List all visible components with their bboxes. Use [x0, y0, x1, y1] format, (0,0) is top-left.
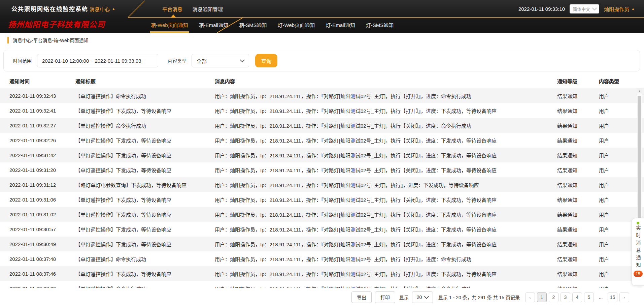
subtab[interactable]: 灯-Email通知 — [325, 18, 356, 33]
scrollbar-up-arrow-icon[interactable]: ▲ — [637, 88, 642, 93]
record-count-info: 显示 1 - 20 条，共 291 条 共 15 页记录 — [438, 294, 520, 301]
content-type-label: 内容类型 — [168, 57, 187, 64]
page-button[interactable]: 1 — [537, 292, 547, 302]
top-header: 公共照明网络在线监控系统 扬州灿阳电子科技有限公司 消息中心 ▲ 平台消息消息通… — [0, 0, 644, 33]
table-row: 2022-01-11 08:37:48【单灯遥控操作】命令执行成功用户：灿阳操作… — [0, 251, 644, 266]
online-status-dot-icon — [637, 222, 639, 224]
user-menu[interactable]: 灿阳操作员 ▲ — [604, 5, 635, 12]
breadcrumb-text: 消息中心-平台消息-箱-Web页面通知 — [13, 37, 89, 43]
subtab[interactable]: 箱-Email通知 — [198, 18, 230, 33]
table-row: 2022-01-11 09:32:27【单灯遥控操作】命令执行成功用户：灿阳操作… — [0, 118, 644, 133]
export-button[interactable]: 导出 — [351, 291, 372, 303]
subtab[interactable]: 箱-Web页面通知 — [150, 18, 189, 33]
table-row: 2022-01-11 09:31:42【单灯遥控操作】下发成功，等待设备响应用户… — [0, 148, 644, 162]
table-row: 2022-01-11 09:31:20【单灯遥控操作】下发成功，等待设备响应用户… — [0, 162, 644, 177]
notification-table: 通知时间 通知标题 消息内容 通知等级 内容类型 2022-01-11 09:3… — [0, 74, 644, 288]
col-header-content: 消息内容 — [213, 78, 556, 85]
filter-card: 时间范围 2022-01-10 12:00:00 ~ 2022-01-11 09… — [3, 50, 640, 71]
realtime-message-panel[interactable]: 实时消息通知 15 — [632, 218, 644, 286]
table-body: 2022-01-11 09:32:43【单灯遥控操作】命令执行成功用户：灿阳操作… — [0, 88, 644, 288]
chevron-down-icon — [240, 58, 245, 62]
subtab[interactable]: 灯-Web页面通知 — [277, 18, 316, 33]
print-button[interactable]: 打印 — [375, 291, 395, 303]
page-size-select[interactable]: 20 — [412, 291, 433, 303]
language-select[interactable]: 简体中文 — [570, 4, 599, 13]
page-button[interactable]: 5 — [584, 292, 594, 302]
table-row: 2022-01-11 09:31:06【单灯遥控操作】下发成功，等待设备响应用户… — [0, 192, 644, 207]
table-row: 2022-01-11 09:32:43【单灯遥控操作】命令执行成功用户：灿阳操作… — [0, 88, 644, 103]
table-row: 2022-01-11 09:30:49【单灯遥控操作】下发成功，等待设备响应用户… — [0, 237, 644, 251]
header-right-cluster: 2022-01-11 09:33:10 简体中文 灿阳操作员 ▲ — [518, 0, 635, 18]
page-button[interactable]: 15 — [608, 292, 617, 302]
system-clock: 2022-01-11 09:33:10 — [518, 6, 565, 12]
pagination: ‹ 12345...15 › — [525, 292, 629, 302]
table-row: 2022-01-11 09:32:26【单灯遥控操作】下发成功，等待设备响应用户… — [0, 133, 644, 148]
chevron-down-icon — [592, 6, 597, 10]
realtime-panel-label: 实时消息通知 — [634, 225, 642, 270]
top-tabs: 平台消息消息通知管理 — [162, 0, 223, 18]
col-header-title: 通知标题 — [74, 78, 213, 85]
table-row: 2022-01-11 09:31:12【路灯单灯电参数查询】下发成功，等待设备响… — [0, 177, 644, 192]
page-buttons: 12345...15 — [537, 292, 617, 302]
query-button[interactable]: 查询 — [255, 54, 277, 67]
page-button[interactable]: 2 — [549, 292, 558, 302]
table-footer: 导出 打印 显示 20 显示 1 - 20 条，共 291 条 共 15 页记录… — [0, 289, 644, 305]
notification-subtabs: 箱-Web页面通知箱-Email通知箱-SMS通知灯-Web页面通知灯-Emai… — [150, 18, 395, 33]
company-logo-text: 扬州灿阳电子科技有限公司 — [8, 18, 105, 30]
col-header-level: 通知等级 — [556, 78, 599, 85]
time-range-label: 时间范围 — [13, 57, 32, 64]
table-row: 2022-01-11 08:37:38【单灯遥控操作】命令执行成功用户：灿阳操作… — [0, 281, 644, 288]
nav-message-center[interactable]: 消息中心 ▲ — [90, 0, 115, 18]
next-page-button[interactable]: › — [619, 292, 629, 302]
breadcrumb-accent-bar — [7, 37, 9, 43]
caret-up-icon: ▲ — [632, 7, 635, 10]
system-title: 公共照明网络在线监控系统 — [11, 4, 88, 13]
page-ellipsis: ... — [596, 292, 606, 302]
chevron-down-icon — [424, 294, 429, 299]
page-button[interactable]: 3 — [561, 292, 570, 302]
page-button[interactable]: 4 — [572, 292, 582, 302]
table-row: 2022-01-11 09:30:57【单灯遥控操作】下发成功，等待设备响应用户… — [0, 222, 644, 237]
top-tab[interactable]: 平台消息 — [162, 5, 182, 12]
col-header-time: 通知时间 — [0, 78, 74, 85]
table-header-row: 通知时间 通知标题 消息内容 通知等级 内容类型 — [0, 74, 644, 88]
subtab[interactable]: 箱-SMS通知 — [238, 18, 268, 33]
breadcrumb: 消息中心-平台消息-箱-Web页面通知 — [7, 37, 89, 43]
page-size-label: 显示 — [399, 294, 409, 301]
scrollbar-thumb[interactable] — [638, 96, 641, 218]
table-row: 2022-01-11 08:37:46【单灯遥控操作】下发成功，等待设备响应用户… — [0, 266, 644, 281]
unread-count-badge: 15 — [634, 271, 643, 277]
caret-up-icon: ▲ — [112, 7, 115, 10]
table-row: 2022-01-11 09:32:41【单灯遥控操作】下发成功，等待设备响应用户… — [0, 103, 644, 118]
col-header-type: 内容类型 — [599, 78, 644, 85]
top-tab[interactable]: 消息通知管理 — [193, 5, 223, 12]
content-type-select[interactable]: 全部 — [192, 54, 249, 67]
table-row: 2022-01-11 09:31:02【单灯遥控操作】下发成功，等待设备响应用户… — [0, 207, 644, 222]
subtab[interactable]: 灯-SMS通知 — [365, 18, 395, 33]
prev-page-button[interactable]: ‹ — [525, 292, 535, 302]
time-range-input[interactable]: 2022-01-10 12:00:00 ~ 2022-01-11 09:33:0… — [37, 54, 158, 67]
